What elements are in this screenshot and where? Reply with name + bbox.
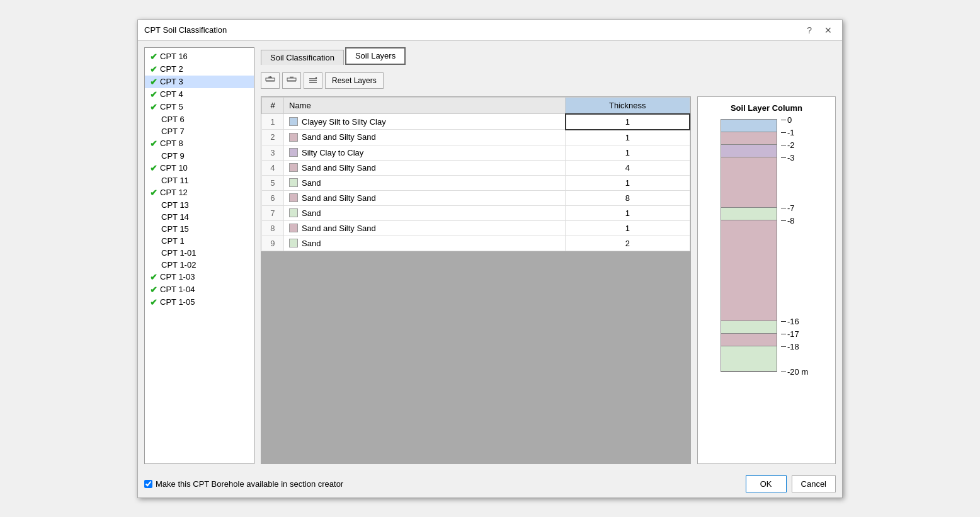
table-row[interactable]: 3 Silty Clay to Clay 1 (262, 145, 690, 160)
cpt-list-item[interactable]: ✔CPT 1-05 (145, 296, 254, 309)
footer-buttons: OK Cancel (746, 475, 836, 492)
depth-label: -7 (781, 203, 795, 213)
depth-value: -8 (787, 216, 795, 225)
cpt-label: CPT 10 (160, 163, 188, 173)
depth-value: -20 m (787, 367, 808, 377)
row-name: Silty Clay to Clay (284, 145, 566, 160)
soil-segment (721, 157, 777, 208)
row-num: 7 (262, 205, 284, 220)
tab-soil-classification[interactable]: Soil Classification (261, 50, 344, 65)
soil-segment (721, 334, 777, 346)
add-layer-button[interactable] (261, 72, 280, 89)
row-num: 3 (262, 145, 284, 160)
check-icon: ✔ (150, 64, 157, 74)
check-icon: ✔ (150, 188, 157, 198)
cpt-label: CPT 16 (160, 52, 188, 61)
table-row[interactable]: 6 Sand and Silty Sand 8 (262, 190, 690, 205)
cpt-list-item[interactable]: ✔CPT 5 (145, 101, 254, 113)
row-name: Sand (284, 205, 566, 220)
soil-segment (721, 220, 777, 321)
cpt-label: CPT 1-03 (160, 272, 195, 281)
check-icon: ✔ (150, 139, 157, 149)
cpt-list-item[interactable]: ✔CPT 1-04 (145, 283, 254, 296)
cpt-list-item[interactable]: CPT 1-02 (145, 259, 254, 271)
reset-layers-button[interactable]: Reset Layers (325, 72, 384, 89)
cpt-list-item[interactable]: CPT 6 (145, 113, 254, 125)
depth-value: -2 (787, 140, 795, 150)
dialog: CPT Soil Classification ? ✕ ✔CPT 16✔CPT … (137, 20, 843, 498)
cpt-label: CPT 14 (161, 212, 189, 222)
toolbar: Reset Layers (261, 70, 836, 91)
cpt-list-item[interactable]: CPT 9 (145, 150, 254, 162)
row-thickness[interactable]: 1 (566, 205, 690, 220)
table-row[interactable]: 8 Sand and Silty Sand 1 (262, 220, 690, 236)
cpt-list-item[interactable]: ✔CPT 16 (145, 50, 254, 63)
layer-name-text: Sand and Silty Sand (302, 224, 376, 233)
col-header-name: Name (284, 97, 566, 114)
cpt-list-item[interactable]: CPT 1-01 (145, 247, 254, 259)
cpt-label: CPT 1-02 (161, 260, 196, 270)
soil-segment (721, 321, 777, 334)
layer-name-text: Sand and Silty Sand (302, 132, 376, 142)
cpt-list-item[interactable]: ✔CPT 8 (145, 137, 254, 150)
add-layer-icon (265, 76, 275, 86)
row-thickness[interactable]: 4 (566, 160, 690, 175)
depth-label: -16 (781, 317, 799, 326)
table-row[interactable]: 4 Sand and Silty Sand 4 (262, 160, 690, 175)
svg-rect-4 (287, 78, 296, 81)
section-creator-checkbox-label[interactable]: Make this CPT Borehole available in sect… (144, 479, 343, 489)
cpt-list-item[interactable]: CPT 13 (145, 199, 254, 211)
section-creator-checkbox[interactable] (144, 480, 152, 488)
cancel-button[interactable]: Cancel (792, 475, 836, 492)
remove-layer-button[interactable] (282, 72, 301, 89)
check-icon: ✔ (150, 163, 157, 173)
help-button[interactable]: ? (803, 24, 816, 37)
soil-segment (721, 208, 777, 220)
cpt-list-item[interactable]: ✔CPT 3 (145, 76, 254, 88)
layer-color-swatch (289, 239, 298, 247)
depth-label: -17 (781, 329, 799, 339)
row-thickness[interactable]: 2 (566, 236, 690, 251)
cpt-list-item[interactable]: CPT 14 (145, 211, 254, 223)
cpt-list-item[interactable]: ✔CPT 10 (145, 162, 254, 174)
table-row[interactable]: 9 Sand 2 (262, 236, 690, 251)
move-layer-button[interactable] (304, 72, 322, 89)
layers-table: # Name Thickness 1 Clayey Silt to Silty … (261, 97, 690, 251)
cpt-list-item[interactable]: CPT 7 (145, 125, 254, 137)
soil-column (721, 119, 777, 372)
layer-name-text: Sand and Silty Sand (302, 193, 376, 203)
cpt-label: CPT 7 (161, 127, 185, 136)
cpt-list-item[interactable]: ✔CPT 4 (145, 88, 254, 101)
close-button[interactable]: ✕ (821, 24, 836, 37)
soil-segment (721, 145, 777, 157)
cpt-list-item[interactable]: ✔CPT 12 (145, 186, 254, 199)
table-row[interactable]: 7 Sand 1 (262, 205, 690, 220)
row-thickness[interactable]: 1 (566, 175, 690, 190)
row-thickness[interactable]: 1 (566, 145, 690, 160)
depth-tick (781, 145, 786, 145)
tab-soil-layers[interactable]: Soil Layers (345, 47, 406, 65)
cpt-list-item[interactable]: CPT 11 (145, 174, 254, 186)
layer-name-text: Sand (302, 208, 321, 218)
cpt-list-item[interactable]: CPT 15 (145, 223, 254, 235)
row-thickness[interactable]: 1 (566, 114, 690, 130)
table-row[interactable]: 1 Clayey Silt to Silty Clay 1 (262, 114, 690, 130)
content-area: ✔CPT 16✔CPT 2✔CPT 3✔CPT 4✔CPT 5CPT 6CPT … (138, 41, 842, 470)
row-thickness[interactable]: 1 (566, 220, 690, 236)
table-row[interactable]: 2 Sand and Silty Sand 1 (262, 130, 690, 145)
row-num: 1 (262, 114, 284, 130)
row-thickness[interactable]: 8 (566, 190, 690, 205)
depth-tick (781, 120, 786, 120)
row-thickness[interactable]: 1 (566, 130, 690, 145)
depth-value: 0 (787, 115, 792, 125)
ok-button[interactable]: OK (746, 475, 787, 492)
cpt-list-item[interactable]: ✔CPT 1-03 (145, 271, 254, 283)
cpt-list-item[interactable]: CPT 1 (145, 235, 254, 247)
depth-value: -1 (787, 128, 795, 137)
layer-color-swatch (289, 208, 298, 217)
table-row[interactable]: 5 Sand 1 (262, 175, 690, 190)
depth-value: -3 (787, 153, 795, 162)
depth-tick (781, 132, 786, 133)
cpt-list-item[interactable]: ✔CPT 2 (145, 63, 254, 76)
cpt-label: CPT 13 (161, 200, 189, 210)
